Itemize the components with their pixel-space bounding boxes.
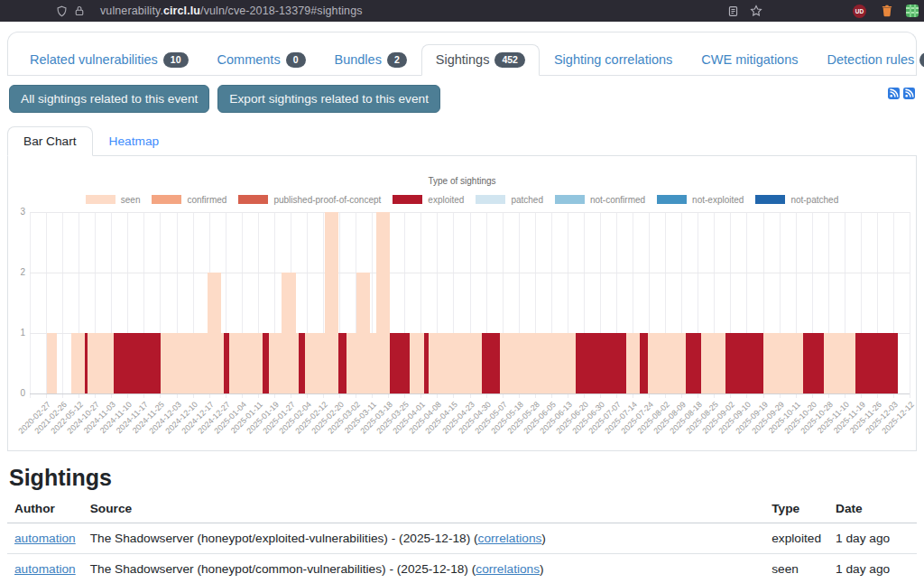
shield-icon[interactable]	[56, 5, 68, 17]
table-row: automation The Shadowserver (honeypot/co…	[7, 553, 917, 583]
bar-seen	[763, 333, 803, 393]
bar-exploited	[725, 333, 763, 393]
bar-seen	[88, 333, 114, 393]
bar-exploited	[576, 333, 626, 393]
bar-seen	[208, 273, 221, 393]
bar-exploited	[114, 333, 161, 393]
legend-not-confirmed: not-confirmed	[555, 195, 645, 205]
all-sightings-button[interactable]: All sightings related to this event	[9, 85, 209, 113]
y-axis-tick: 2	[8, 267, 25, 277]
lock-icon[interactable]	[74, 5, 85, 16]
col-date: Date	[828, 495, 917, 523]
bar-seen	[269, 333, 282, 393]
chart-title: Type of sightings	[8, 176, 916, 186]
tab-bundles[interactable]: Bundles2	[320, 44, 421, 76]
bar-seen	[229, 333, 263, 393]
bar-exploited	[686, 333, 701, 393]
bookmark-star-icon[interactable]	[750, 0, 762, 22]
reader-view-icon[interactable]	[727, 0, 739, 22]
bar-seen	[282, 273, 296, 393]
legend-patched: patched	[476, 195, 543, 205]
tab-comments[interactable]: Comments0	[203, 44, 320, 76]
bar-seen	[429, 333, 482, 393]
bar-seen	[648, 333, 686, 393]
legend-not-exploited: not-exploited	[657, 195, 744, 205]
bar-exploited	[263, 333, 269, 393]
bar-seen	[161, 333, 208, 393]
sightings-table: Author Source Type Date automation The S…	[7, 495, 917, 583]
correlations-link[interactable]: correlations	[478, 532, 542, 545]
col-type: Type	[764, 495, 828, 523]
url-bar[interactable]: vulnerability.circl.lu/vuln/cve-2018-133…	[56, 5, 363, 17]
legend-not-patched: not-patched	[755, 195, 838, 205]
sighting-date: 1 day ago	[828, 523, 917, 553]
author-link[interactable]: automation	[14, 532, 76, 545]
y-axis-tick: 1	[8, 328, 25, 338]
rss-feed-icon[interactable]	[888, 87, 900, 103]
count-badge: 0	[286, 52, 306, 68]
trash-extension-icon[interactable]	[881, 0, 893, 22]
bar-exploited	[482, 333, 500, 393]
bar-seen	[325, 212, 338, 393]
chart-card: Bar Chart Heatmap Type of sightings seen…	[7, 126, 917, 451]
table-row: automation The Shadowserver (honeypot/ex…	[7, 523, 917, 553]
bar-exploited	[803, 333, 824, 393]
sighting-type: exploited	[764, 523, 828, 553]
bar-seen	[376, 212, 390, 393]
bar-exploited	[855, 333, 898, 393]
y-axis-tick: 3	[8, 207, 25, 217]
bar-seen	[305, 333, 325, 393]
bar-exploited	[299, 333, 305, 393]
legend-published-proof-of-concept: published-proof-of-concept	[238, 195, 381, 205]
count-badge: 2	[387, 52, 407, 68]
bar-seen	[410, 333, 424, 393]
sighting-date: 1 day ago	[828, 553, 917, 583]
bar-seen	[626, 333, 640, 393]
bar-seen	[47, 333, 57, 393]
tab-bar-chart[interactable]: Bar Chart	[7, 126, 93, 156]
y-axis-tick: 0	[8, 388, 25, 398]
grid-extension-icon[interactable]	[906, 0, 919, 22]
atom-feed-icon[interactable]	[903, 87, 915, 103]
legend-confirmed: confirmed	[152, 195, 226, 205]
tab-sighting-correlations[interactable]: Sighting correlations	[540, 44, 687, 76]
count-badge: 3	[919, 52, 924, 68]
browser-chrome: vulnerability.circl.lu/vuln/cve-2018-133…	[0, 0, 924, 22]
bar-exploited	[338, 333, 346, 393]
sighting-type: seen	[764, 553, 828, 583]
author-link[interactable]: automation	[14, 562, 76, 576]
col-author: Author	[7, 495, 83, 523]
chart-legend: seenconfirmedpublished-proof-of-concepte…	[8, 195, 916, 205]
ublock-extension-icon[interactable]: UD	[853, 0, 866, 22]
tab-detection-rules[interactable]: Detection rules3	[813, 44, 924, 76]
bar-seen	[824, 333, 855, 393]
sightings-bar-chart: Type of sightings seenconfirmedpublished…	[7, 156, 917, 451]
bar-seen	[701, 333, 725, 393]
tab-sightings[interactable]: Sightings452	[421, 44, 540, 76]
count-badge: 452	[494, 52, 525, 68]
sightings-heading: Sightings	[9, 465, 915, 491]
bar-seen	[356, 273, 370, 393]
actions-row: All sightings related to this event Expo…	[9, 85, 915, 113]
export-sightings-button[interactable]: Export sightings related to this event	[217, 85, 440, 113]
bar-seen	[71, 333, 85, 393]
main-tab-bar: Related vulnerabilities10 Comments0 Bund…	[7, 32, 917, 76]
url-text: vulnerability.circl.lu/vuln/cve-2018-133…	[100, 5, 363, 17]
bar-seen	[346, 333, 356, 393]
tab-heatmap[interactable]: Heatmap	[93, 126, 176, 156]
tab-related-vulnerabilities[interactable]: Related vulnerabilities10	[15, 44, 203, 76]
legend-seen: seen	[86, 195, 141, 205]
bar-seen	[370, 333, 376, 393]
bar-exploited	[640, 333, 648, 393]
bar-seen	[500, 333, 576, 393]
count-badge: 10	[163, 52, 189, 68]
correlations-link[interactable]: correlations	[476, 562, 540, 576]
col-source: Source	[83, 495, 764, 523]
legend-exploited: exploited	[393, 195, 464, 205]
bar-exploited	[390, 333, 410, 393]
tab-cwe-mitigations[interactable]: CWE mitigations	[687, 44, 812, 76]
